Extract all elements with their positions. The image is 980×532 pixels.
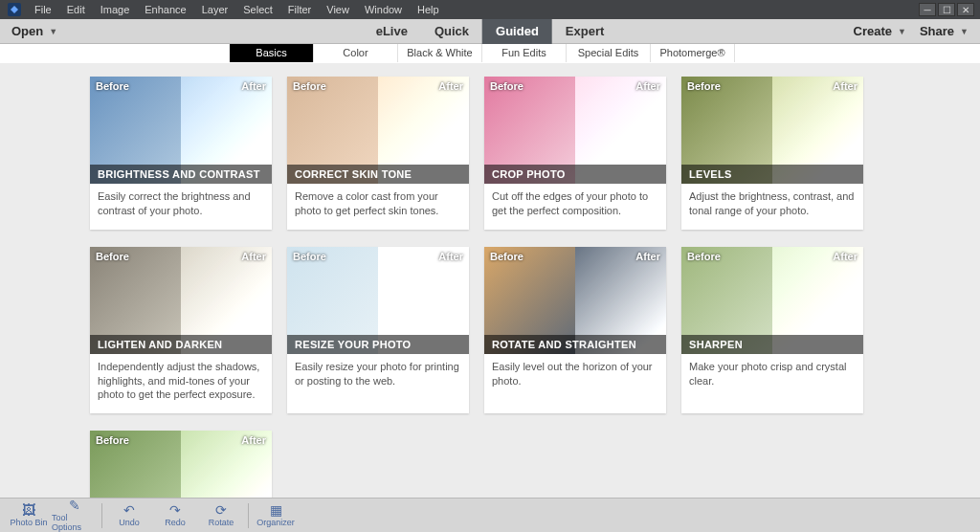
- divider: [248, 503, 249, 528]
- card-desc: Cut off the edges of your photo to get t…: [484, 184, 666, 230]
- menu-window[interactable]: Window: [357, 2, 410, 17]
- card-desc: Easily resize your photo for printing or…: [287, 354, 469, 400]
- guided-card[interactable]: Before After BRIGHTNESS AND CONTRAST Eas…: [90, 77, 272, 230]
- menu-select[interactable]: Select: [235, 2, 280, 17]
- organizer-label: Organizer: [256, 518, 295, 527]
- card-thumb: Before After ROTATE AND STRAIGHTEN: [484, 247, 666, 354]
- card-thumb: Before After SHARPEN: [681, 247, 863, 354]
- undo-label: Undo: [119, 518, 140, 527]
- photo-bin-icon: 🖼: [22, 503, 35, 517]
- card-title: SHARPEN: [681, 335, 863, 354]
- after-label: After: [241, 80, 266, 92]
- photo-bin-button[interactable]: 🖼 Photo Bin: [6, 499, 52, 532]
- guided-card[interactable]: Before After CROP PHOTO Cut off the edge…: [484, 77, 666, 230]
- rotate-button[interactable]: ⟳ Rotate: [198, 499, 244, 532]
- open-button[interactable]: Open ▼: [11, 24, 57, 38]
- card-thumb: Before After CROP PHOTO: [484, 77, 666, 184]
- after-label: After: [241, 434, 266, 446]
- menu-layer[interactable]: Layer: [194, 2, 236, 17]
- subtab-basics[interactable]: Basics: [230, 44, 314, 62]
- subtab-photomerge[interactable]: Photomerge®: [651, 44, 735, 62]
- mode-guided[interactable]: Guided: [482, 19, 552, 44]
- content-area[interactable]: Before After BRIGHTNESS AND CONTRAST Eas…: [0, 63, 980, 498]
- guided-card[interactable]: Before After LEVELS Adjust the brightnes…: [681, 77, 863, 230]
- card-thumb: Before After BRIGHTNESS AND CONTRAST: [90, 77, 272, 184]
- rotate-icon: ⟳: [215, 503, 227, 517]
- divider: [101, 503, 102, 528]
- card-title: ROTATE AND STRAIGHTEN: [484, 335, 666, 354]
- menu-edit[interactable]: Edit: [59, 2, 93, 17]
- redo-label: Redo: [165, 518, 186, 527]
- card-thumb: Before After VIGNETTE EFFECT: [90, 431, 272, 498]
- mode-elive[interactable]: eLive: [363, 19, 421, 44]
- guided-card[interactable]: Before After RESIZE YOUR PHOTO Easily re…: [287, 247, 469, 414]
- minimize-button[interactable]: ─: [919, 3, 936, 16]
- undo-button[interactable]: ↶ Undo: [106, 499, 152, 532]
- menu-image[interactable]: Image: [93, 2, 138, 17]
- window-controls: ─ ☐ ✕: [919, 3, 978, 16]
- maximize-button[interactable]: ☐: [938, 3, 955, 16]
- menu-enhance[interactable]: Enhance: [137, 2, 193, 17]
- guided-card[interactable]: Before After CORRECT SKIN TONE Remove a …: [287, 77, 469, 230]
- undo-icon: ↶: [123, 503, 135, 517]
- mode-quick[interactable]: Quick: [421, 19, 482, 44]
- card-title: CORRECT SKIN TONE: [287, 165, 469, 184]
- guided-card[interactable]: Before After VIGNETTE EFFECT: [90, 431, 272, 498]
- menubar: File Edit Image Enhance Layer Select Fil…: [0, 0, 980, 19]
- chevron-down-icon: ▼: [898, 27, 906, 36]
- card-title: BRIGHTNESS AND CONTRAST: [90, 165, 272, 184]
- menu-file[interactable]: File: [27, 2, 59, 17]
- guided-subtabs: Basics Color Black & White Fun Edits Spe…: [0, 44, 980, 63]
- guided-card[interactable]: Before After ROTATE AND STRAIGHTEN Easil…: [484, 247, 666, 414]
- card-desc: Easily level out the horizon of your pho…: [484, 354, 666, 400]
- organizer-button[interactable]: ▦ Organizer: [253, 499, 299, 532]
- redo-button[interactable]: ↷ Redo: [152, 499, 198, 532]
- before-label: Before: [490, 251, 523, 262]
- card-thumb: Before After LIGHTEN AND DARKEN: [90, 247, 272, 354]
- tool-options-label: Tool Options: [52, 513, 98, 532]
- create-label: Create: [854, 24, 892, 38]
- card-title: CROP PHOTO: [484, 165, 666, 184]
- tool-options-button[interactable]: ✎ Tool Options: [52, 499, 98, 532]
- close-button[interactable]: ✕: [957, 3, 974, 16]
- card-title: RESIZE YOUR PHOTO: [287, 335, 469, 354]
- before-label: Before: [96, 80, 129, 92]
- menu-filter[interactable]: Filter: [280, 2, 319, 17]
- guided-card[interactable]: Before After SHARPEN Make your photo cri…: [681, 247, 863, 414]
- guided-card[interactable]: Before After LIGHTEN AND DARKEN Independ…: [90, 247, 272, 414]
- tool-options-icon: ✎: [69, 499, 80, 512]
- chevron-down-icon: ▼: [960, 27, 969, 36]
- mode-expert[interactable]: Expert: [552, 19, 617, 44]
- after-label: After: [635, 251, 660, 262]
- card-title: LEVELS: [681, 165, 863, 184]
- open-label: Open: [11, 24, 43, 38]
- chevron-down-icon: ▼: [49, 27, 57, 36]
- create-button[interactable]: Create ▼: [854, 24, 906, 38]
- card-desc: Remove a color cast from your photo to g…: [287, 184, 469, 230]
- right-actions: Create ▼ Share ▼: [854, 24, 969, 38]
- after-label: After: [833, 80, 858, 92]
- after-label: After: [438, 80, 463, 92]
- card-thumb: Before After CORRECT SKIN TONE: [287, 77, 469, 184]
- organizer-icon: ▦: [270, 503, 282, 517]
- after-label: After: [241, 251, 266, 262]
- card-desc: Independently adjust the shadows, highli…: [90, 354, 272, 414]
- topbar: Open ▼ eLive Quick Guided Expert Create …: [0, 19, 980, 44]
- share-button[interactable]: Share ▼: [920, 24, 969, 38]
- card-desc: Easily correct the brightness and contra…: [90, 184, 272, 230]
- before-label: Before: [293, 251, 326, 262]
- after-label: After: [635, 80, 660, 92]
- subtab-blackwhite[interactable]: Black & White: [398, 44, 482, 62]
- card-desc: Make your photo crisp and crystal clear.: [681, 354, 863, 400]
- before-label: Before: [490, 80, 523, 92]
- subtab-color[interactable]: Color: [314, 44, 398, 62]
- before-label: Before: [96, 434, 129, 446]
- card-desc: Adjust the brightness, contrast, and ton…: [681, 184, 863, 230]
- before-label: Before: [687, 80, 721, 92]
- menu-help[interactable]: Help: [410, 2, 447, 17]
- menu-view[interactable]: View: [319, 2, 357, 17]
- rotate-label: Rotate: [209, 518, 234, 527]
- subtab-specialedits[interactable]: Special Edits: [567, 44, 651, 62]
- subtab-funedits[interactable]: Fun Edits: [482, 44, 567, 62]
- before-label: Before: [687, 251, 721, 262]
